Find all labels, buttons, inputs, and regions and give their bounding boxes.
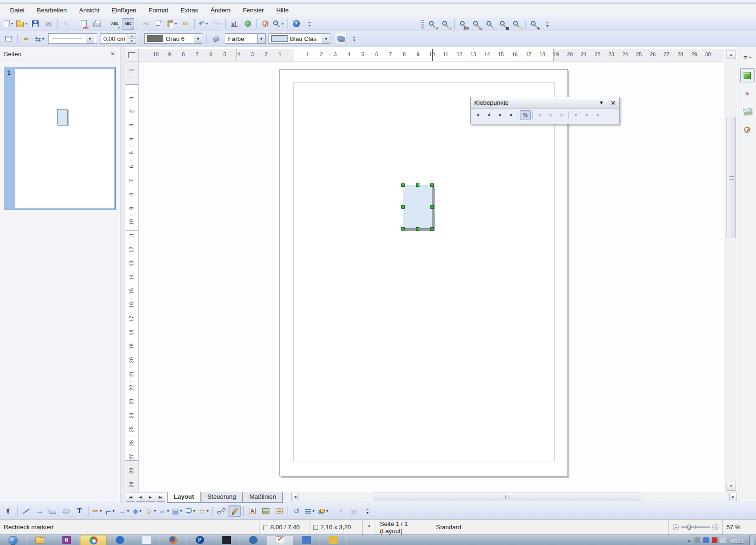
taskbar-onenote[interactable]: N (53, 535, 80, 545)
tray-icon-2[interactable] (703, 537, 709, 543)
basic-shapes-dropdown[interactable]: ▾ (139, 509, 141, 513)
selection-handle[interactable] (430, 227, 434, 231)
stars-banners-button[interactable]: ☆▾ (198, 505, 210, 517)
alignment-button[interactable]: ▾ (304, 505, 316, 517)
selection-handle[interactable] (416, 183, 419, 187)
line-width-stepper[interactable]: ▲▼ (128, 34, 136, 43)
basic-shapes-button[interactable]: ◆▾ (131, 505, 143, 517)
sidebar-images-button[interactable] (740, 104, 755, 119)
panel-splitter[interactable] (120, 47, 125, 503)
send-email-button[interactable]: ✉ (42, 18, 55, 30)
edit-points-button[interactable] (215, 505, 228, 517)
show-desktop-button[interactable] (749, 535, 754, 545)
line-with-arrow-button[interactable]: → (33, 505, 46, 517)
menu-hilfe[interactable]: Hilfe (270, 5, 295, 16)
taskbar-app-media[interactable] (107, 535, 133, 545)
gluepoints-toolbar-titlebar[interactable]: Klebepunkte ▼ ✕ (471, 97, 619, 109)
flowchart-dropdown[interactable]: ▾ (180, 509, 182, 513)
fontwork-gallery-button[interactable]: A (246, 505, 259, 517)
tray-expand[interactable]: ▴ (686, 537, 692, 543)
export-pdf-button[interactable]: PDF (78, 18, 90, 30)
status-template[interactable]: Standard (432, 520, 669, 535)
insert-glue-point-button[interactable]: × (473, 110, 484, 120)
callouts-button[interactable]: ▾ (184, 505, 197, 517)
exit-direction-bottom-button[interactable]: × (506, 110, 517, 120)
open-button[interactable]: ▾ (16, 18, 28, 30)
lines-and-arrows-button[interactable]: →▾ (118, 505, 130, 517)
scroll-right-icon[interactable]: ▶ (729, 493, 737, 501)
block-arrows-button[interactable]: ⇔▾ (158, 505, 170, 517)
page[interactable] (279, 69, 568, 476)
connector-button[interactable]: ▾ (104, 505, 117, 517)
flowchart-button[interactable]: ▦▾ (171, 505, 183, 517)
redo-dropdown[interactable]: ▾ (219, 21, 221, 26)
menu-extras[interactable]: Extras (174, 5, 204, 16)
line-style-dropdown[interactable]: ▼ (86, 34, 94, 43)
tab-masslinien[interactable]: Maßlinien (243, 492, 283, 503)
vertical-ruler[interactable]: 1123456789101112131415161718192021222324… (125, 61, 139, 492)
curve-dropdown[interactable]: ▾ (100, 509, 102, 513)
save-button[interactable] (29, 18, 41, 30)
menu-ansicht[interactable]: Ansicht (73, 5, 106, 16)
taskbar-app-wave[interactable] (320, 535, 347, 545)
fill-color-dropdown[interactable]: ▼ (322, 34, 330, 43)
callouts-dropdown[interactable]: ▾ (193, 509, 195, 513)
fill-style-select[interactable]: Farbe ▼ (225, 33, 266, 44)
alignment-dropdown[interactable]: ▾ (312, 509, 314, 513)
pan-button[interactable]: ✛ (528, 19, 540, 30)
position-size-button[interactable] (2, 33, 15, 44)
line-color-select[interactable]: Grau 6 ▼ (144, 33, 202, 44)
rectangle-button[interactable] (47, 505, 59, 517)
status-page[interactable]: Seite 1 / 1 (Layout) (376, 520, 432, 535)
tab-steuerung[interactable]: Steuerung (201, 492, 243, 503)
horizontal-scrollbar[interactable]: ◀ ▶ (291, 492, 737, 502)
taskbar-draw-active[interactable] (267, 535, 293, 545)
sidebar-navigator-button[interactable] (740, 122, 755, 137)
menu-bearbeiten[interactable]: Bearbeiten (30, 5, 73, 16)
cut-button[interactable]: ✂ (139, 18, 152, 30)
shadow-button[interactable] (335, 33, 347, 44)
selection-handle[interactable] (401, 183, 405, 187)
zoom-search-dropdown[interactable]: ▾ (281, 21, 283, 26)
ruler-corner[interactable] (125, 49, 139, 61)
open-dropdown[interactable]: ▾ (25, 21, 27, 26)
selection-handle[interactable] (401, 227, 405, 231)
zoom-object-button[interactable]: ▪ (510, 19, 523, 30)
toolbar-options-button[interactable]: ▾ (348, 33, 360, 44)
taskbar-chrome[interactable] (80, 535, 107, 545)
horizontal-scrollbar-thumb[interactable] (373, 493, 640, 501)
toolbar-options-button[interactable]: ▾ (303, 18, 316, 30)
drawing-canvas[interactable]: Klebepunkte ▼ ✕ ××××%×××××× (139, 61, 725, 492)
taskbar-clock[interactable]: 00:11 (729, 537, 746, 544)
taskbar-notepad[interactable] (133, 535, 160, 545)
undo-dropdown[interactable]: ▾ (206, 21, 208, 26)
paste-button[interactable]: ▾ (166, 18, 179, 30)
page-thumbnail-slot[interactable]: 1 (4, 67, 116, 210)
spellcheck-button[interactable]: ABC✓ (109, 18, 121, 30)
menu-datei[interactable]: Datei (4, 5, 30, 16)
curve-button[interactable]: ✏▾ (91, 505, 103, 517)
next-layer-button[interactable]: ▶ (146, 493, 155, 502)
selection-handle[interactable] (416, 227, 419, 231)
vertical-scrollbar[interactable]: ▲ ▼ (725, 49, 737, 492)
auto-spellcheck-button[interactable]: ABC∼ (122, 18, 134, 30)
tray-icon-3[interactable] (712, 537, 717, 543)
line-width-value[interactable]: 0,00 cm (100, 35, 128, 42)
block-arrows-dropdown[interactable]: ▾ (167, 509, 169, 513)
horizontal-ruler[interactable]: 1098765432112345678910111213141516171819… (139, 49, 724, 61)
toolbar-options-button[interactable]: ▾ (361, 505, 374, 517)
tray-icon-4[interactable] (720, 537, 726, 543)
toolbar-options-button[interactable]: ▾ (541, 19, 554, 30)
arrange-button[interactable]: ▾ (317, 505, 329, 517)
zoom-out-icon[interactable]: − (673, 524, 679, 530)
fill-dialog-button[interactable] (210, 33, 222, 44)
taskbar-firefox[interactable] (160, 535, 187, 545)
line-color-dropdown[interactable]: ▼ (194, 34, 202, 43)
glue-points-button[interactable] (229, 505, 241, 517)
taskbar-app-circle[interactable] (240, 535, 267, 545)
close-icon[interactable]: ✕ (109, 50, 116, 57)
clone-formatting-button[interactable]: ✏ (179, 18, 192, 30)
undo-button[interactable]: ↶▾ (197, 18, 209, 30)
menu-format[interactable]: Format (142, 5, 174, 16)
select-button[interactable] (2, 505, 15, 517)
